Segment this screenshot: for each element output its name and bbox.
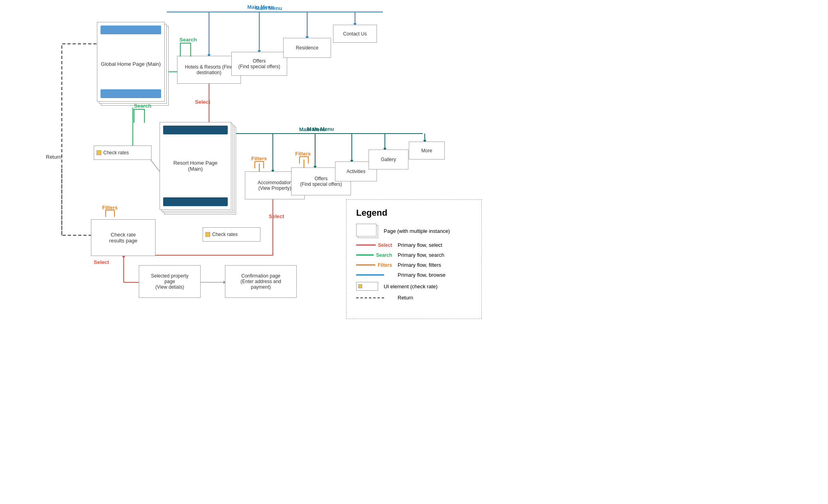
confirmation-page-box: Confirmation page(Enter address andpayme…: [225, 265, 297, 298]
legend-filters-line: [356, 264, 375, 266]
legend-ui-row: UI element (check rate): [356, 282, 472, 291]
global-home-label: Global Home Page (Main): [101, 61, 161, 67]
legend-return-label: Return: [398, 295, 413, 301]
legend-title: Legend: [356, 208, 472, 218]
legend-return-line: [356, 297, 384, 298]
legend-browse-label: Primary flow, browse: [398, 272, 446, 278]
legend-select-label: Primary flow, select: [398, 242, 442, 248]
legend-select-line: [356, 244, 376, 246]
check-rates-1-label: Check rates: [103, 150, 129, 156]
more-box: More: [409, 142, 445, 159]
filter-bracket-1: [254, 161, 264, 168]
more-label: More: [421, 148, 432, 154]
legend-search-line: [356, 254, 374, 256]
return-label: Return: [46, 154, 61, 160]
residence-box: Residence: [283, 38, 331, 58]
select-3-label: Select: [94, 259, 109, 265]
offers1-box: Offers(Find special offers): [231, 52, 287, 76]
offers1-label: Offers(Find special offers): [238, 58, 280, 69]
resort-home-header: [163, 126, 228, 134]
legend-filters-text: Filters: [378, 262, 392, 268]
search-2-label: Search: [134, 103, 151, 109]
legend-browse-line: [356, 274, 384, 276]
resort-home-footer: [163, 197, 228, 206]
legend-search-row: Search Primary flow, search: [356, 252, 472, 258]
select-2-label: Select: [269, 213, 284, 219]
select-1-label: Select: [195, 99, 210, 105]
resort-home-page: Resort Home Page(Main): [160, 122, 231, 210]
global-home-page: Global Home Page (Main): [97, 22, 165, 102]
canvas: Main Menu Main Menu: [0, 0, 828, 504]
legend-filters-label: Primary flow, filters: [398, 262, 441, 268]
gallery-box: Gallery: [369, 150, 408, 169]
legend-return-row: Return: [356, 295, 472, 301]
contact-us-label: Contact Us: [343, 31, 367, 37]
legend-select-row: Select Primary flow, select: [356, 242, 472, 248]
accommodation-label: Accommodation(View Property): [258, 180, 292, 191]
global-home-footer: [101, 89, 161, 98]
check-rates-2-label: Check rates: [212, 232, 238, 237]
legend-page-icon: [356, 224, 378, 238]
confirmation-label: Confirmation page(Enter address andpayme…: [241, 273, 281, 290]
main-menu-1-label: Main Menu: [247, 4, 274, 10]
search-bracket-2: [133, 108, 145, 123]
search-bracket-1: [179, 42, 191, 57]
legend-page-label: Page (with multiple instance): [384, 228, 450, 234]
legend-page-row: Page (with multiple instance): [356, 224, 472, 238]
legend-browse-row: Primary flow, browse: [356, 272, 472, 278]
filters-2-label: Filters: [295, 151, 311, 157]
contact-us-box: Contact Us: [333, 25, 377, 43]
gallery-label: Gallery: [381, 157, 396, 162]
check-rates-1-element[interactable]: Check rates: [94, 146, 152, 160]
selected-property-box: Selected propertypage(View detials): [139, 265, 201, 298]
filters-1-label: Filters: [251, 156, 267, 161]
legend-ui-label: UI element (check rate): [384, 284, 438, 289]
filter-bracket-3: [105, 210, 115, 217]
legend-search-label: Primary flow, search: [398, 252, 444, 258]
residence-label: Residence: [296, 45, 319, 51]
global-home-header: [101, 26, 161, 34]
check-rate-results-label: Check rateresults page: [109, 232, 138, 244]
legend-select-text: Select: [378, 242, 392, 248]
search-1-label: Search: [179, 37, 197, 43]
legend-search-text: Search: [376, 252, 392, 258]
activities-label: Activities: [347, 169, 365, 174]
hotels-resorts-label: Hotels & Resorts (Find destination): [179, 64, 239, 75]
filter-bracket-2: [299, 156, 309, 163]
check-rate-results-box: Check rateresults page: [91, 219, 156, 256]
legend-box: Legend Page (with multiple instance) Sel…: [346, 199, 482, 319]
resort-home-label: Resort Home Page(Main): [173, 160, 218, 172]
legend-filters-row: Filters Primary flow, filters: [356, 262, 472, 268]
svg-marker-32: [122, 256, 125, 259]
legend-ui-icon: [356, 282, 378, 291]
main-menu-2-label: Main Menu: [299, 126, 326, 132]
selected-property-label: Selected propertypage(View detials): [151, 273, 188, 290]
check-rates-2-element[interactable]: Check rates: [203, 227, 260, 242]
